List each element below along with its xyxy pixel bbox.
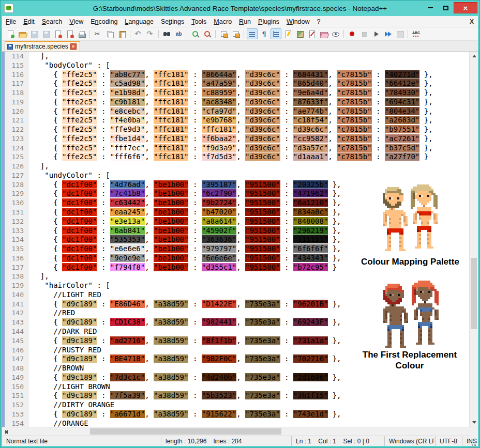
line-content: { "dc1f00" : "c63442", "be1b00" : "9b272… <box>28 198 341 208</box>
undo-button[interactable] <box>133 28 144 39</box>
document-map-button[interactable] <box>294 28 305 39</box>
macro-run-multiple-button[interactable] <box>382 28 393 39</box>
hex-color-token: "66412e" <box>385 79 419 87</box>
hex-color-token: "d39c6c" <box>245 125 280 133</box>
document-edit-button[interactable] <box>306 28 317 39</box>
status-eol-format[interactable]: Windows (CR LF) <box>385 436 436 446</box>
tab-close-icon[interactable]: × <box>70 43 77 50</box>
replace-button[interactable] <box>173 28 184 39</box>
menu-settings[interactable]: Settings <box>157 17 188 26</box>
copy-button[interactable] <box>104 28 115 39</box>
minimize-button[interactable] <box>423 2 438 13</box>
vertical-scroll-thumb[interactable] <box>471 258 477 329</box>
sync-vertical-button[interactable] <box>218 28 229 39</box>
macro-play-button[interactable] <box>370 28 381 39</box>
undo-icon <box>134 30 143 38</box>
hex-color-token: "ffe2c5" <box>62 98 97 106</box>
macro-record-button[interactable] <box>347 28 357 39</box>
arrow-right-icon <box>5 430 8 434</box>
show-all-characters-button[interactable] <box>259 28 269 39</box>
hex-color-token: "9b2724" <box>202 198 236 207</box>
save-all-button[interactable] <box>40 28 51 39</box>
menu-encoding[interactable]: Encoding <box>87 17 121 26</box>
menu-macro[interactable]: Macro <box>210 17 235 26</box>
code-line-117: 117 { "ffe2c5" : "c5ad98", "ffc181" : "a… <box>2 79 469 88</box>
hex-color-token: "f6baa2" <box>202 134 236 143</box>
indent-guide-button[interactable] <box>271 28 281 39</box>
resize-grip[interactable] <box>474 442 476 443</box>
menu-plugins[interactable]: Plugins <box>254 17 283 26</box>
menu-language[interactable]: Language <box>121 17 157 26</box>
toolbar-separator <box>187 30 187 38</box>
hex-color-token: "9B2F0C" <box>202 354 236 363</box>
find-button[interactable] <box>161 28 172 39</box>
hex-color-token: "d39c6c" <box>245 116 280 124</box>
macro-stop-button[interactable] <box>358 28 369 39</box>
new-file-button[interactable] <box>5 28 16 39</box>
hex-color-token: "be1b00" <box>154 244 188 253</box>
hex-color-token: "be1b00" <box>154 263 188 271</box>
hex-color-token: "d39c6c" <box>245 70 280 79</box>
status-encoding[interactable]: UTF-8 <box>436 436 462 446</box>
hex-color-token: "be1b00" <box>154 226 188 235</box>
hex-color-token: "e8cebc" <box>110 107 145 115</box>
scroll-down-button[interactable] <box>470 418 478 427</box>
zoom-in-button[interactable] <box>190 28 201 39</box>
function-completion-button[interactable] <box>282 28 293 39</box>
print-button[interactable] <box>76 28 87 39</box>
hex-color-token: "951500" <box>245 217 280 225</box>
zoom-out-button[interactable] <box>202 28 213 39</box>
menu-edit[interactable]: Edit <box>20 17 38 26</box>
word-wrap-button[interactable] <box>247 28 258 39</box>
close-document-x[interactable]: X <box>470 18 474 25</box>
monitoring-button[interactable] <box>330 28 341 39</box>
menu-view[interactable]: View <box>66 17 87 26</box>
sync-horizontal-button[interactable] <box>230 28 241 39</box>
cut-button[interactable] <box>93 28 103 39</box>
menu-run[interactable]: Run <box>235 17 254 26</box>
horizontal-scroll-thumb[interactable] <box>90 428 281 435</box>
hex-color-token: "7f5a39" <box>110 391 145 399</box>
menu-[interactable]: ? <box>313 17 324 26</box>
code-line-151: 151 { "d9c189" : "7f5a39", "a38d59" : "5… <box>2 391 469 400</box>
menu-file[interactable]: File <box>2 17 20 26</box>
hex-color-token: "ffc181" <box>154 98 188 106</box>
line-content: { "d9c189" : "a6671d", "a38d59" : "91562… <box>28 410 341 419</box>
status-typing-mode[interactable]: INS <box>462 436 478 446</box>
editor-area[interactable]: 114 ],115 "bodyColor" : [116 { "ffe2c5" … <box>2 52 478 427</box>
line-number: 119 <box>2 98 28 107</box>
hex-color-token: "c7815b" <box>337 79 371 87</box>
scroll-up-button[interactable] <box>470 52 478 60</box>
spell-check-button[interactable] <box>411 28 422 39</box>
hex-color-token: "784930" <box>385 88 419 97</box>
hex-color-token: "735e3a" <box>245 336 280 345</box>
hex-color-token: "dc1f00" <box>62 235 97 243</box>
scroll-right-button[interactable] <box>2 427 11 436</box>
hex-color-token: "d9c189" <box>62 318 97 326</box>
tab-myfirstrace-species[interactable]: myfirstrace.species × <box>5 41 80 51</box>
maximize-button[interactable] <box>438 2 454 13</box>
line-number: 122 <box>2 125 28 134</box>
hex-color-token: "a38d59" <box>154 336 188 345</box>
code-lines[interactable]: 114 ],115 "bodyColor" : [116 { "ffe2c5" … <box>2 52 469 427</box>
line-content: "bodyColor" : [ <box>28 61 110 70</box>
hex-color-token: "296219" <box>293 226 328 235</box>
open-button[interactable] <box>17 28 27 39</box>
vertical-scrollbar[interactable] <box>469 52 478 427</box>
code-line-130: 130 { "dc1f00" : "c63442", "be1b00" : "9… <box>2 198 469 208</box>
close-button[interactable]: × <box>454 2 477 13</box>
saved-file-icon <box>7 44 13 50</box>
horizontal-scrollbar[interactable] <box>2 427 478 436</box>
paste-button[interactable] <box>116 28 127 39</box>
close-button[interactable] <box>52 28 63 39</box>
menu-window[interactable]: Window <box>283 17 313 26</box>
folder-workspace-button[interactable] <box>318 28 329 39</box>
menu-search[interactable]: Search <box>38 17 66 26</box>
menu-tools[interactable]: Tools <box>188 17 210 26</box>
title-bar[interactable]: G:\Starbound\mods\Skittles Advanced Race… <box>1 1 479 16</box>
close-all-button[interactable] <box>64 28 75 39</box>
macro-save-button[interactable] <box>394 28 405 39</box>
save-button[interactable] <box>28 28 39 39</box>
hex-color-token: "eaa245" <box>110 208 145 216</box>
redo-button[interactable] <box>145 28 156 39</box>
